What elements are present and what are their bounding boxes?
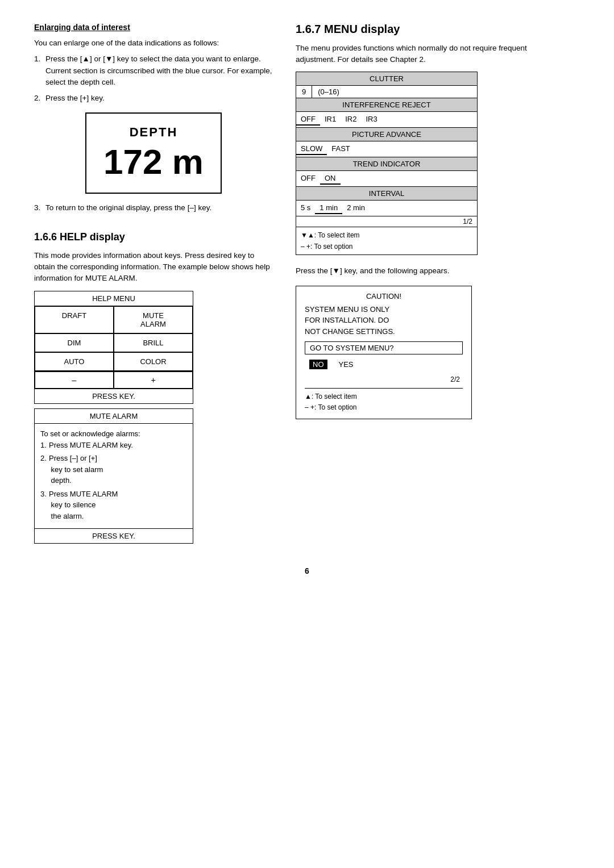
ir2-option: IR2 <box>341 114 361 126</box>
mute-step-1: Press MUTE ALARM key. <box>49 441 133 449</box>
step-number: 1. <box>34 53 40 65</box>
menu-box: CLUTTER 9 (0–16) INTERFERENCE REJECT OFF… <box>296 72 478 256</box>
ir-off-option: OFF <box>296 114 320 126</box>
trend-on-option: ON <box>320 173 341 185</box>
no-option: NO <box>309 360 327 369</box>
mute-alarm-list: 1. Press MUTE ALARM key. 2. Press [–] or… <box>40 440 187 522</box>
interval-header: INTERVAL <box>296 187 477 201</box>
step-text: To return to the original display, press… <box>45 203 211 212</box>
help-menu-cell: AUTO <box>35 352 114 371</box>
legend-item-1: ▼▲: To select item <box>301 229 472 241</box>
help-plus-button: + <box>114 372 193 389</box>
caution-line-2: FOR INSTALLATION. DO <box>305 315 463 326</box>
slow-option: SLOW <box>296 143 327 155</box>
list-item: 3. Press MUTE ALARM key to silence the a… <box>40 489 187 522</box>
left-column: Enlarging data of interest You can enlar… <box>34 23 273 544</box>
help-menu-press-key: PRESS KEY. <box>35 389 193 403</box>
depth-display-box: DEPTH 172 m <box>85 112 222 194</box>
list-item: 1. Press the [▲] or [▼] key to select th… <box>34 53 273 88</box>
step-text: Press the [+] key. <box>45 94 105 102</box>
menu-legend: ▼▲: To select item – +: To set option <box>296 227 477 255</box>
mute-step-2: Press [–] or [+] key to set alarm depth. <box>49 454 103 485</box>
caution-page-indicator: 2/2 <box>305 375 463 383</box>
list-item: 2. Press the [+] key. <box>34 93 273 104</box>
depth-label: DEPTH <box>103 125 204 140</box>
clutter-range: (0–16) <box>312 86 345 98</box>
trend-off-option: OFF <box>296 173 320 185</box>
caution-legend: ▲: To select item – +: To set option <box>305 388 463 413</box>
enlarging-intro: You can enlarge one of the data indicati… <box>34 37 273 49</box>
mute-alarm-title: MUTE ALARM <box>35 409 193 424</box>
right-column: 1.6.7 MENU display The menu provides fun… <box>296 23 569 544</box>
picture-advance-options: SLOW FAST <box>296 141 477 157</box>
depth-value: 172 m <box>103 143 204 181</box>
menu-page-indicator: 1/2 <box>296 216 477 227</box>
caution-text: SYSTEM MENU IS ONLY FOR INSTALLATION. DO… <box>305 304 463 337</box>
caution-legend-2: – +: To set option <box>305 402 463 413</box>
yes-option: YES <box>339 360 354 369</box>
clutter-header: CLUTTER <box>296 72 477 86</box>
help-minus-button: – <box>35 372 114 389</box>
menu-display-heading: 1.6.7 MENU display <box>296 23 569 36</box>
clutter-data-row: 9 (0–16) <box>296 86 477 98</box>
list-item: 2. Press [–] or [+] key to set alarm dep… <box>40 453 187 486</box>
menu-display-intro: The menu provides functions which normal… <box>296 43 569 66</box>
interference-options: OFF IR1 IR2 IR3 <box>296 112 477 128</box>
caution-question: GO TO SYSTEM MENU? <box>305 341 463 354</box>
help-menu-title: HELP MENU <box>35 291 193 306</box>
caution-line-1: SYSTEM MENU IS ONLY <box>305 304 463 315</box>
help-menu-cell: BRILL <box>114 333 193 352</box>
help-display-heading: 1.6.6 HELP display <box>34 231 273 243</box>
trend-indicator-options: OFF ON <box>296 171 477 187</box>
help-display-intro: This mode provides information about key… <box>34 250 273 285</box>
picture-advance-header: PICTURE ADVANCE <box>296 128 477 141</box>
press-down-text: Press the [▼] key, and the following app… <box>296 265 569 277</box>
mute-alarm-box: MUTE ALARM To set or acknowledge alarms:… <box>34 408 193 544</box>
list-item: 3. To return to the original display, pr… <box>34 202 273 214</box>
enlarging-steps: 1. Press the [▲] or [▼] key to select th… <box>34 53 273 104</box>
interval-1min-option: 1 min <box>315 202 342 214</box>
mute-alarm-content: To set or acknowledge alarms: 1. Press M… <box>35 424 193 528</box>
step3-list: 3. To return to the original display, pr… <box>34 202 273 214</box>
ir3-option: IR3 <box>361 114 381 126</box>
page-number: 6 <box>34 566 580 575</box>
interval-5s-option: 5 s <box>296 202 315 214</box>
help-menu-cell: DIM <box>35 333 114 352</box>
help-menu-bottom-row: – + <box>35 372 193 389</box>
caution-box: CAUTION! SYSTEM MENU IS ONLY FOR INSTALL… <box>296 286 472 420</box>
help-menu-box: HELP MENU DRAFT MUTEALARM DIM BRILL AUTO… <box>34 291 193 404</box>
interference-reject-header: INTERFERENCE REJECT <box>296 98 477 112</box>
step-number: 2. <box>34 93 40 104</box>
interval-options: 5 s 1 min 2 min <box>296 201 477 216</box>
help-menu-grid: DRAFT MUTEALARM DIM BRILL AUTO COLOR <box>35 306 193 372</box>
interval-2min-option: 2 min <box>342 202 370 214</box>
mute-step-3: Press MUTE ALARM key to silence the alar… <box>49 490 118 520</box>
caution-title: CAUTION! <box>305 292 463 301</box>
step-text: Press the [▲] or [▼] key to select the d… <box>45 55 272 86</box>
mute-alarm-press-key: PRESS KEY. <box>35 528 193 543</box>
clutter-value: 9 <box>296 86 312 98</box>
step-number: 3. <box>34 202 40 214</box>
help-menu-cell: COLOR <box>114 352 193 371</box>
caution-options: NO YES <box>305 358 463 371</box>
list-item: 1. Press MUTE ALARM key. <box>40 440 187 451</box>
caution-legend-1: ▲: To select item <box>305 391 463 402</box>
ir1-option: IR1 <box>320 114 341 126</box>
fast-option: FAST <box>327 143 355 155</box>
help-menu-cell: MUTEALARM <box>114 306 193 333</box>
mute-alarm-intro: To set or acknowledge alarms: <box>40 428 187 440</box>
legend-item-2: – +: To set option <box>301 241 472 252</box>
caution-line-3: NOT CHANGE SETTINGS. <box>305 326 463 337</box>
enlarging-heading: Enlarging data of interest <box>34 23 273 32</box>
help-menu-cell: DRAFT <box>35 306 114 333</box>
trend-indicator-header: TREND INDICATOR <box>296 157 477 171</box>
